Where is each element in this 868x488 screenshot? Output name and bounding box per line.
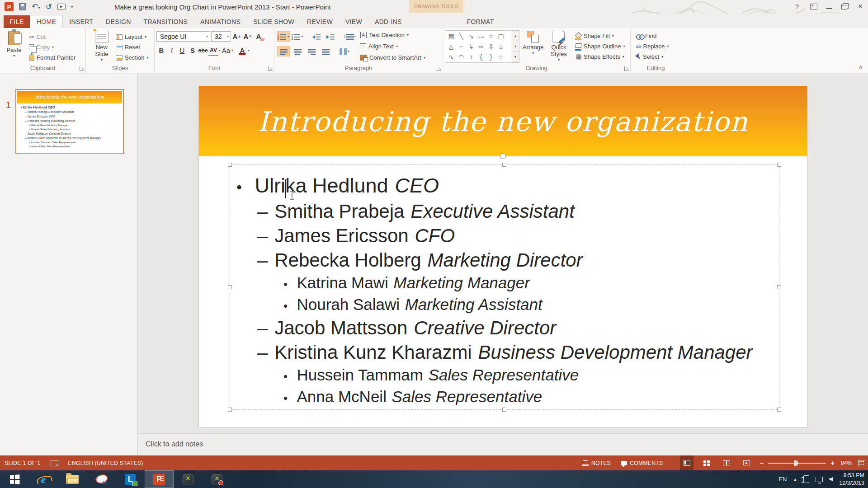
tray-expand-icon[interactable]: ▲ xyxy=(793,477,797,482)
start-button[interactable] xyxy=(0,470,29,488)
gallery-down-icon[interactable]: ▼ xyxy=(512,41,519,52)
shape-fill-button[interactable]: Shape Fill▾ xyxy=(573,31,627,41)
rectangle-shape-icon[interactable]: ▭ xyxy=(476,31,486,41)
down-arrow-shape-icon[interactable]: ⇩ xyxy=(486,42,496,52)
collapse-ribbon-button[interactable]: ∧ xyxy=(859,64,863,70)
clear-formatting-button[interactable]: A xyxy=(254,31,264,42)
quick-styles-button[interactable]: Quick Styles▾ xyxy=(546,30,571,63)
italic-button[interactable]: I xyxy=(167,45,177,56)
curve-shape-icon[interactable]: ≀ xyxy=(466,52,476,62)
shrink-font-button[interactable]: A▼ xyxy=(243,31,253,42)
zoom-out-button[interactable]: − xyxy=(760,459,764,467)
tab-animations[interactable]: ANIMATIONS xyxy=(194,15,247,28)
taskbar-powerpoint[interactable]: P xyxy=(145,470,174,488)
powerpoint-app-icon[interactable]: P xyxy=(5,2,14,11)
reading-view-button[interactable] xyxy=(720,455,733,470)
align-text-button[interactable]: ↕Align Text▾ xyxy=(358,41,427,52)
zoom-slider[interactable] xyxy=(768,463,826,464)
arrange-button[interactable]: Arrange▾ xyxy=(521,30,545,63)
fit-to-window-button[interactable] xyxy=(858,460,865,466)
gallery-more-icon[interactable]: ▼ xyxy=(512,52,519,62)
align-left-button[interactable] xyxy=(277,46,290,56)
replace-button[interactable]: abReplace▾ xyxy=(634,41,670,52)
slide-thumbnail[interactable]: Introducing the new organization •Ulrika… xyxy=(15,89,124,154)
outline-item[interactable]: –Rebecka HolbergMarketing Director xyxy=(230,249,779,274)
outline-item[interactable]: –Kristina Kunz KharazmiBusiness Developm… xyxy=(25,136,121,141)
tab-file[interactable]: FILE xyxy=(4,15,30,28)
outline-item[interactable]: –Smitha PrabejaExecutive Assistant xyxy=(230,201,779,225)
notes-toggle[interactable]: NOTES xyxy=(580,455,613,470)
tab-design[interactable]: DESIGN xyxy=(99,15,137,28)
restore-button[interactable] xyxy=(841,5,847,9)
elbow-connector-shape-icon[interactable]: ⌐ xyxy=(456,42,466,52)
tab-slide-show[interactable]: SLIDE SHOW xyxy=(247,15,301,28)
line-arrow-shape-icon[interactable]: ↘ xyxy=(466,31,476,41)
power-icon[interactable] xyxy=(803,475,809,483)
slide-canvas[interactable]: Introducing the new organization •Ulrika… xyxy=(198,86,807,427)
comments-toggle[interactable]: COMMENTS xyxy=(619,455,665,470)
help-button[interactable]: ? xyxy=(793,3,801,10)
font-color-button[interactable]: A xyxy=(237,45,247,56)
line-spacing-button[interactable]: ↕▾ xyxy=(343,31,356,42)
arc-shape-icon[interactable]: ◠ xyxy=(456,52,466,62)
change-case-button[interactable]: Aa xyxy=(221,45,231,56)
text-shadow-button[interactable]: S xyxy=(188,45,198,56)
bold-button[interactable]: B xyxy=(156,45,166,56)
minimize-button[interactable] xyxy=(826,8,832,9)
triangle-shape-icon[interactable]: △ xyxy=(446,42,456,52)
outline-item[interactable]: •Hussein TammamSales Representative xyxy=(29,141,121,145)
resize-handle-bottom-right[interactable] xyxy=(777,408,781,412)
slideshow-view-button[interactable] xyxy=(740,455,753,470)
find-button[interactable]: Find xyxy=(634,31,670,41)
notes-pane[interactable]: Click to add notes xyxy=(138,433,868,455)
content-placeholder[interactable]: •Ulrika HedlundCEO–Smitha PrabejaExecuti… xyxy=(230,164,779,410)
convert-to-smartart-button[interactable]: Convert to SmartArt▾ xyxy=(358,52,427,63)
outline-item[interactable]: –Kristina Kunz KharazmiBusiness Developm… xyxy=(230,342,779,366)
resize-handle-top-left[interactable] xyxy=(228,163,232,167)
zoom-slider-handle[interactable] xyxy=(794,460,797,466)
paste-button[interactable]: Paste▾ xyxy=(1,30,27,63)
zoom-in-button[interactable]: + xyxy=(830,459,835,467)
rotate-handle[interactable] xyxy=(500,153,506,159)
freeform-shape-icon[interactable]: ⌂ xyxy=(496,42,506,52)
slide-title-placeholder[interactable]: Introducing the new organization xyxy=(199,86,807,156)
slide-sorter-view-button[interactable] xyxy=(700,455,713,470)
redo-button[interactable]: ↺ xyxy=(46,3,52,11)
outline-item[interactable]: •Nourah SalawiMarketing Assistant xyxy=(29,128,121,132)
grow-font-button[interactable]: A▲ xyxy=(232,31,242,42)
bullets-button[interactable]: ▾ xyxy=(277,31,290,42)
resize-handle-top-middle[interactable] xyxy=(502,163,506,167)
outline-item[interactable]: •Ulrika HedlundCEO xyxy=(21,105,121,110)
resize-handle-bottom-left[interactable] xyxy=(228,408,232,412)
shape-outline-button[interactable]: Shape Outline▾ xyxy=(573,41,627,52)
resize-handle-top-right[interactable] xyxy=(777,163,781,167)
resize-handle-middle-right[interactable] xyxy=(777,285,781,289)
input-language-indicator[interactable]: EN xyxy=(778,476,787,483)
outline-item[interactable]: –James EricssonCFO xyxy=(230,225,779,249)
section-button[interactable]: Section▾ xyxy=(114,52,150,63)
font-size-combo[interactable]: 32▾ xyxy=(211,31,231,42)
close-button[interactable]: × xyxy=(856,2,864,11)
layout-button[interactable]: Layout▾ xyxy=(114,32,150,42)
outline-item[interactable]: •Anna McNeilSales Representative xyxy=(29,145,121,149)
taskbar-snipping-tool[interactable] xyxy=(87,470,116,488)
elbow-arrow-connector-shape-icon[interactable]: ↳ xyxy=(466,42,476,52)
justify-button[interactable] xyxy=(319,46,332,56)
tab-insert[interactable]: INSERT xyxy=(63,15,99,28)
font-dialog-launcher[interactable] xyxy=(268,66,273,71)
align-right-button[interactable] xyxy=(305,46,318,56)
customize-qat-icon[interactable]: ▾ xyxy=(71,5,73,9)
taskbar-recorder-app[interactable] xyxy=(203,470,231,488)
spell-check-icon[interactable] xyxy=(51,460,58,466)
right-brace-shape-icon[interactable]: } xyxy=(486,52,496,62)
cut-button[interactable]: ✂Cut xyxy=(27,32,77,42)
star-shape-icon[interactable]: ☆ xyxy=(496,52,506,62)
outline-item[interactable]: •Anna McNeilSales Representative xyxy=(230,388,779,409)
strikethrough-button[interactable]: abc xyxy=(198,45,208,56)
right-arrow-shape-icon[interactable]: ⇨ xyxy=(476,42,486,52)
outline-item[interactable]: –James EricssonCFO xyxy=(25,115,121,119)
clock[interactable]: 9:53 PM 12/3/2013 xyxy=(839,472,864,487)
start-from-beginning-icon[interactable] xyxy=(57,4,66,10)
zoom-percentage[interactable]: 84% xyxy=(841,460,852,466)
outline-item[interactable]: •Katrina MawiMarketing Manager xyxy=(230,274,779,296)
